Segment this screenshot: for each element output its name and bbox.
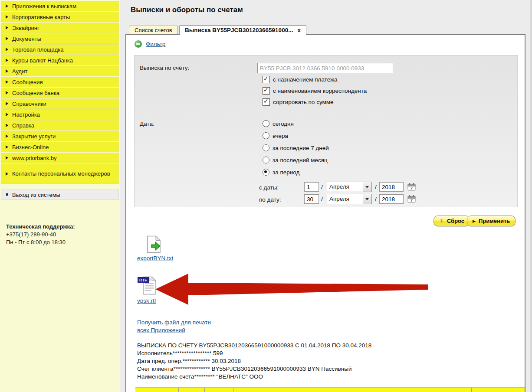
sidebar-item-messages[interactable]: Сообщения — [1, 77, 119, 87]
sidebar-item-trading-platform[interactable]: Торговая площадка — [1, 44, 119, 55]
arrow-bullet-icon — [6, 145, 8, 149]
checkbox-label[interactable]: с наименованием корреспондента — [273, 88, 367, 94]
radio-today[interactable] — [263, 120, 269, 127]
sidebar: Приложения к выпискам Корпоративные карт… — [0, 0, 120, 392]
arrow-bullet-icon — [6, 91, 8, 95]
checkbox-row-sort-by-amount: сортировать по сумме — [263, 98, 334, 106]
radio-last-month[interactable] — [263, 157, 269, 163]
sidebar-item-settings[interactable]: Настройка — [1, 109, 119, 120]
calendar-icon[interactable]: 7 — [407, 195, 416, 203]
arrow-bullet-icon — [6, 156, 8, 160]
arrow-bullet-icon — [6, 37, 8, 40]
arrow-bullet-icon — [6, 59, 8, 62]
radio-row-last-month: за последний месяц — [263, 157, 328, 163]
arrow-bullet-icon — [6, 26, 8, 29]
sidebar-item-audit[interactable]: Аудит — [1, 66, 119, 76]
sidebar-item-priorbank-site[interactable]: www.priorbank.by — [1, 153, 119, 163]
tab-statement-label: Выписка BY55PJCB30120366591000... — [185, 26, 293, 35]
statement-line: Наименование счета********* "ВЕЛНАТС" ОО… — [137, 373, 371, 381]
to-date-label: по дату: — [259, 196, 281, 203]
checkbox-row-correspondent-name: с наименованием корреспондента — [263, 87, 367, 95]
date-separator: / — [375, 184, 377, 190]
radio-yesterday[interactable] — [263, 132, 269, 139]
radio-row-today: сегодня — [263, 120, 294, 127]
svg-text:7: 7 — [410, 198, 413, 203]
tab-close-icon[interactable]: x — [297, 26, 301, 35]
sidebar-item-service-closing[interactable]: Закрытие услуги — [1, 131, 119, 141]
rtf-badge: RTF — [138, 277, 149, 283]
statement-line: ВЫПИСКА ПО СЧЕТУ BY55PJCB301203665910000… — [137, 342, 371, 350]
collapse-minus-icon[interactable] — [135, 40, 142, 48]
from-month-select[interactable]: Апреля — [327, 182, 372, 192]
sidebar-item-documents[interactable]: Документы — [1, 33, 119, 44]
export-txt-file-icon[interactable] — [146, 235, 162, 254]
arrow-bullet-icon — [6, 48, 8, 51]
sidebar-item-exchange-rates[interactable]: Курсы валют Нацбанка — [1, 55, 119, 65]
sidebar-item-personal-managers[interactable]: Контакты персональных менеджеров — [1, 163, 119, 184]
sidebar-item-directories[interactable]: Справочники — [1, 98, 119, 109]
checkbox-sort-by-amount[interactable] — [263, 98, 270, 106]
arrow-bullet-icon — [6, 102, 8, 105]
arrow-bullet-icon — [6, 15, 8, 19]
radio-label[interactable]: сегодня — [273, 121, 294, 127]
red-annotation-arrow-icon — [154, 271, 432, 308]
sidebar-item-attachments[interactable]: Приложения к выпискам — [1, 1, 119, 11]
table-header-strip — [135, 387, 525, 392]
reset-button[interactable]: ✳ Сброс — [433, 216, 470, 226]
from-date-label: с даты: — [259, 184, 279, 191]
chevron-down-icon[interactable] — [363, 194, 371, 204]
export-txt-link[interactable]: exportBYN.txt — [137, 255, 173, 261]
checkbox-correspondent-name[interactable] — [263, 87, 270, 95]
calendar-icon[interactable]: 7 — [407, 183, 416, 191]
radio-period[interactable] — [263, 169, 269, 176]
sidebar-menu: Приложения к выпискам Корпоративные карт… — [1, 1, 119, 184]
to-month-value: Апреля — [327, 194, 363, 204]
arrow-bullet-icon — [6, 172, 8, 176]
checkbox-label[interactable]: сортировать по сумме — [273, 99, 334, 105]
print-all-link-line1[interactable]: Получить файл для печати — [137, 319, 211, 326]
app-root: Приложения к выпискам Корпоративные карт… — [0, 0, 532, 392]
to-year-input[interactable] — [379, 194, 404, 204]
from-day-input[interactable] — [304, 182, 319, 192]
sidebar-item-business-online[interactable]: Бизнес-Online — [1, 142, 119, 152]
print-all-link-line2[interactable]: всех Приложений — [137, 327, 185, 333]
scrollbar-track[interactable] — [530, 0, 532, 392]
statement-line: Счет клиента**************** BY55PJCB301… — [137, 365, 371, 373]
radio-label[interactable]: за последние 7 дней — [273, 145, 329, 151]
sidebar-item-corporate-cards[interactable]: Корпоративные карты — [1, 12, 119, 22]
radio-row-last-7-days: за последние 7 дней — [263, 144, 329, 151]
support-block: Техническая поддержка: +375(17) 289-90-4… — [6, 223, 75, 246]
checkbox-payment-purpose[interactable] — [263, 76, 270, 83]
apply-button[interactable]: ▶ Применить — [467, 216, 516, 226]
from-year-input[interactable] — [379, 182, 404, 192]
tab-account-list[interactable]: Список счетов — [129, 26, 178, 35]
support-hours: Пн - Пт с 8:00 до 18:30 — [6, 238, 75, 246]
support-phone: +375(17) 289-90-40 — [6, 231, 75, 238]
square-bullet-icon — [6, 193, 8, 196]
chevron-down-icon[interactable] — [363, 182, 371, 192]
statement-text: ВЫПИСКА ПО СЧЕТУ BY55PJCB301203665910000… — [137, 342, 371, 381]
sidebar-item-acquiring[interactable]: Эквайринг — [1, 23, 119, 33]
arrow-bullet-icon — [6, 134, 8, 138]
to-day-input[interactable] — [304, 194, 319, 204]
tab-statement[interactable]: Выписка BY55PJCB30120366591000... x — [179, 25, 306, 35]
sidebar-item-help[interactable]: Справка — [1, 120, 119, 131]
play-arrow-icon: ▶ — [473, 219, 476, 223]
account-label: Выписка по счёту: — [140, 65, 189, 71]
arrow-bullet-icon — [6, 113, 8, 116]
account-input[interactable] — [257, 63, 393, 73]
radio-row-yesterday: вчера — [263, 132, 288, 139]
arrow-bullet-icon — [6, 124, 8, 127]
radio-last-7-days[interactable] — [263, 144, 269, 151]
asterisk-icon: ✳ — [439, 218, 444, 224]
sidebar-item-bank-messages[interactable]: Сообщения банка — [1, 88, 119, 98]
checkbox-label[interactable]: с назначением платежа — [273, 76, 338, 83]
to-month-select[interactable]: Апреля — [327, 194, 372, 204]
rtf-file-link[interactable]: vpsk.rtf — [137, 297, 156, 304]
filter-toggle-link[interactable]: Фильтр — [146, 41, 165, 47]
radio-label[interactable]: за период — [273, 169, 299, 176]
radio-label[interactable]: вчера — [273, 133, 288, 139]
radio-label[interactable]: за последний месяц — [273, 157, 328, 163]
sidebar-item-logout[interactable]: Выход из системы — [1, 189, 119, 200]
date-separator: / — [321, 184, 323, 190]
